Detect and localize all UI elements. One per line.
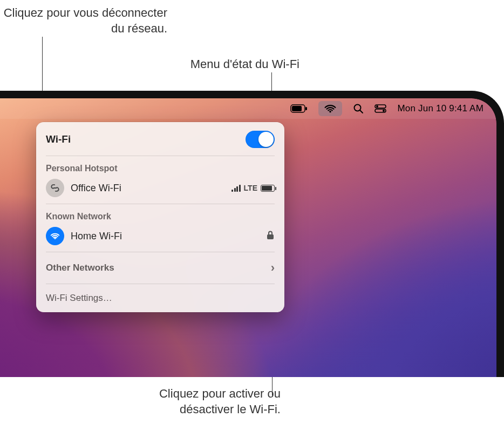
known-network-name: Home Wi-Fi — [71, 231, 260, 242]
callout-wifi-status-menu: Menu d'état du Wi-Fi — [167, 57, 299, 72]
svg-point-3 — [355, 105, 361, 111]
divider — [46, 204, 275, 204]
callout-disconnect: Cliquez pour vous déconnecter du réseau. — [3, 5, 167, 36]
control-center-icon[interactable] — [374, 101, 386, 116]
svg-rect-2 — [305, 107, 307, 110]
hotspot-status: LTE — [231, 184, 275, 192]
cellular-signal-icon — [231, 184, 241, 192]
other-networks-label: Other Networks — [46, 263, 114, 273]
svg-rect-10 — [267, 234, 274, 239]
battery-icon[interactable] — [290, 101, 308, 116]
desktop-wallpaper: Mon Jun 10 9:41 AM Wi-Fi Personal Hotspo… — [0, 98, 496, 377]
known-network-label: Known Network — [36, 206, 284, 223]
callout-wifi-toggle: Cliquez pour activer ou désactiver le Wi… — [130, 386, 281, 417]
wifi-settings-label: Wi-Fi Settings… — [46, 293, 112, 303]
wifi-status-icon[interactable] — [318, 101, 342, 116]
svg-rect-1 — [292, 106, 302, 111]
wifi-settings-row[interactable]: Wi-Fi Settings… — [36, 286, 284, 309]
svg-line-4 — [360, 111, 363, 113]
menubar-datetime[interactable]: Mon Jun 10 9:41 AM — [397, 103, 483, 114]
hotspot-battery-icon — [261, 185, 275, 192]
hotspot-row[interactable]: Office Wi-Fi LTE — [36, 174, 284, 201]
wifi-menu-panel: Wi-Fi Personal Hotspot Office Wi-Fi — [36, 122, 284, 312]
menubar: Mon Jun 10 9:41 AM — [0, 98, 496, 119]
svg-point-6 — [376, 105, 378, 107]
other-networks-row[interactable]: Other Networks › — [36, 254, 284, 281]
wifi-toggle[interactable] — [246, 131, 275, 148]
device-frame: Mon Jun 10 9:41 AM Wi-Fi Personal Hotspo… — [0, 91, 504, 377]
spotlight-search-icon[interactable] — [353, 101, 364, 116]
divider — [46, 252, 275, 252]
divider — [46, 284, 275, 284]
svg-point-8 — [383, 110, 385, 112]
wifi-header-row: Wi-Fi — [36, 125, 284, 153]
carrier-label: LTE — [244, 184, 257, 192]
wifi-connected-icon — [46, 227, 64, 245]
divider — [46, 156, 275, 156]
personal-hotspot-label: Personal Hotspot — [36, 158, 284, 174]
chevron-right-icon: › — [271, 261, 275, 275]
wifi-toggle-knob — [258, 132, 274, 147]
wifi-title: Wi-Fi — [46, 133, 71, 145]
hotspot-icon — [46, 179, 64, 197]
lock-icon — [266, 230, 275, 243]
hotspot-name: Office Wi-Fi — [71, 183, 225, 194]
known-network-row[interactable]: Home Wi-Fi — [36, 223, 284, 250]
